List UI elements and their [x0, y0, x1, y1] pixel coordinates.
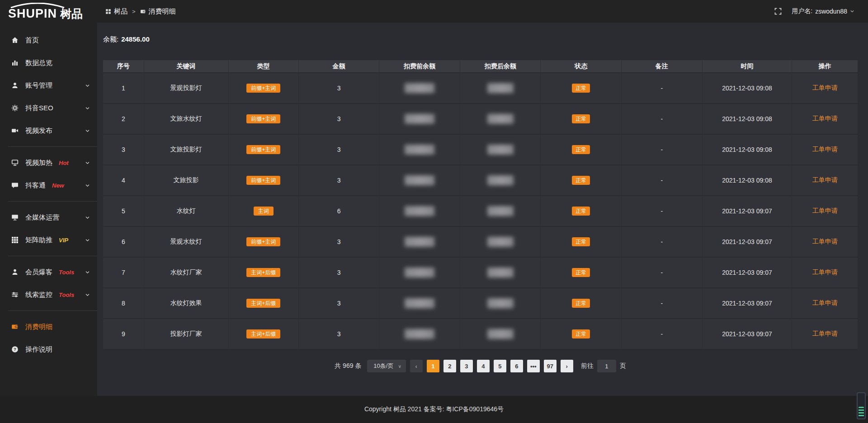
topbar-right: 用户名: zswodun88	[774, 7, 854, 15]
table-row: 5水纹灯主词6正常-2021-12-03 09:07工单申请	[103, 196, 858, 226]
cell-action: 工单申请	[792, 226, 858, 257]
masked-value	[405, 206, 434, 216]
page-size-select[interactable]: 10条/页 ∨	[367, 360, 406, 372]
table-row: 6景观水纹灯前缀+主词3正常-2021-12-03 09:07工单申请	[103, 226, 858, 257]
cell-amount: 3	[298, 165, 379, 196]
sidebar-item-label: 线索监控	[25, 291, 52, 299]
sidebar-item-视频发布[interactable]: 视频发布	[0, 119, 97, 142]
user-menu[interactable]: 用户名: zswodun88	[792, 7, 854, 15]
cell-index: 8	[103, 288, 144, 319]
work-order-link[interactable]: 工单申请	[812, 268, 838, 276]
page-button-5[interactable]: 5	[494, 360, 506, 372]
sidebar-item-矩阵助推[interactable]: 矩阵助推 VIP	[0, 229, 97, 251]
cell-balance-after	[460, 196, 541, 226]
work-order-link[interactable]: 工单申请	[812, 238, 838, 245]
work-order-link[interactable]: 工单申请	[812, 146, 838, 153]
table-header-row: 序号关键词类型金额扣费前余额扣费后余额状态备注时间操作	[103, 60, 858, 73]
prev-page-button[interactable]: ‹	[410, 360, 423, 372]
column-header-状态: 状态	[541, 60, 622, 73]
cell-remark: -	[622, 134, 703, 165]
page-button-3[interactable]: 3	[460, 360, 473, 372]
page-ellipsis-button[interactable]: •••	[527, 360, 540, 372]
sidebar-item-label: 操作说明	[25, 345, 52, 354]
cell-type: 主词+后缀	[228, 257, 298, 288]
page-buttons: 123456•••97	[427, 360, 557, 372]
type-badge: 前缀+主词	[246, 237, 280, 246]
cell-balance-before	[379, 103, 460, 134]
cell-action: 工单申请	[792, 288, 858, 319]
page-button-2[interactable]: 2	[443, 360, 456, 372]
app-logo[interactable]: SHUPIN 树品	[0, 0, 97, 24]
cell-type: 前缀+主词	[228, 165, 298, 196]
work-order-link[interactable]: 工单申请	[812, 84, 838, 91]
cell-keyword: 投影灯厂家	[144, 319, 228, 349]
breadcrumb-item-current[interactable]: 消费明细	[140, 7, 176, 16]
cell-keyword: 景观水纹灯	[144, 226, 228, 257]
gear-icon	[11, 104, 19, 112]
table-row: 3文旅投影灯前缀+主词3正常-2021-12-03 09:08工单申请	[103, 134, 858, 165]
sidebar-item-会员爆客[interactable]: 会员爆客 Tools	[0, 261, 97, 283]
sidebar-item-线索监控[interactable]: 线索监控 Tools	[0, 283, 97, 306]
sidebar-item-首页[interactable]: 首页	[0, 29, 97, 52]
masked-value	[405, 175, 434, 185]
work-order-link[interactable]: 工单申请	[812, 330, 838, 337]
sidebar-item-全媒体运营[interactable]: 全媒体运营	[0, 206, 97, 229]
sidebar-item-操作说明[interactable]: ? 操作说明	[0, 338, 97, 361]
cell-amount: 6	[298, 196, 379, 226]
goto-page: 前往 1 页	[581, 360, 626, 372]
cell-status: 正常	[541, 134, 622, 165]
sidebar-item-抖客通[interactable]: 抖客通 New	[0, 174, 97, 197]
type-badge: 主词	[254, 207, 274, 216]
chevron-down-icon	[850, 9, 854, 14]
cell-status: 正常	[541, 288, 622, 319]
cell-index: 1	[103, 73, 144, 103]
cell-time: 2021-12-03 09:07	[702, 257, 792, 288]
page-button-4[interactable]: 4	[477, 360, 490, 372]
masked-value	[487, 268, 514, 277]
cell-amount: 3	[298, 319, 379, 349]
sidebar-item-消费明细[interactable]: 消费明细	[0, 315, 97, 338]
sidebar-item-label: 矩阵助推	[25, 236, 52, 244]
page-button-97[interactable]: 97	[544, 360, 557, 372]
fullscreen-button[interactable]	[774, 8, 782, 15]
work-order-link[interactable]: 工单申请	[812, 115, 838, 122]
cell-balance-after	[460, 319, 541, 349]
cell-keyword: 文旅投影灯	[144, 134, 228, 165]
work-order-link[interactable]: 工单申请	[812, 176, 838, 183]
scroll-widget[interactable]	[857, 392, 866, 419]
type-badge: 前缀+主词	[246, 176, 280, 185]
cell-time: 2021-12-03 09:08	[702, 73, 792, 103]
sidebar: SHUPIN 树品 首页 数据总览 账号管理 抖音SEO 视频发布	[0, 0, 97, 423]
table-row: 1景观投影灯前缀+主词3正常-2021-12-03 09:08工单申请	[103, 73, 858, 103]
chevron-down-icon	[85, 183, 90, 188]
work-order-link[interactable]: 工单申请	[812, 207, 838, 214]
chevron-down-icon	[85, 270, 90, 275]
breadcrumb-separator: >	[132, 8, 136, 15]
cell-time: 2021-12-03 09:07	[702, 196, 792, 226]
column-header-操作: 操作	[792, 60, 858, 73]
sidebar-divider	[8, 256, 97, 256]
goto-page-input[interactable]: 1	[597, 360, 616, 372]
sidebar-item-数据总览[interactable]: 数据总览	[0, 52, 97, 74]
sidebar-item-label: 抖客通	[25, 181, 46, 190]
sidebar-item-抖音SEO[interactable]: 抖音SEO	[0, 97, 97, 119]
sidebar-divider	[8, 146, 97, 147]
breadcrumb-item-home[interactable]: 树品	[105, 7, 127, 16]
video-icon	[11, 127, 19, 135]
cell-action: 工单申请	[792, 319, 858, 349]
cell-time: 2021-12-03 09:08	[702, 165, 792, 196]
cell-type: 前缀+主词	[228, 226, 298, 257]
sidebar-item-label: 全媒体运营	[25, 213, 59, 222]
work-order-link[interactable]: 工单申请	[812, 299, 838, 306]
pagination: 共 969 条 10条/页 ∨ ‹ 123456•••97 › 前往 1 页	[103, 360, 858, 372]
sidebar-item-账号管理[interactable]: 账号管理	[0, 74, 97, 97]
cell-remark: -	[622, 103, 703, 134]
logo-text-cn: 树品	[60, 6, 83, 21]
cell-keyword: 景观投影灯	[144, 73, 228, 103]
page-button-1[interactable]: 1	[427, 360, 439, 372]
next-page-button[interactable]: ›	[561, 360, 573, 372]
page-button-6[interactable]: 6	[510, 360, 523, 372]
pagination-total: 共 969 条	[335, 362, 361, 370]
sidebar-item-视频加热[interactable]: 视频加热 Hot	[0, 151, 97, 174]
type-badge: 前缀+主词	[246, 114, 280, 123]
